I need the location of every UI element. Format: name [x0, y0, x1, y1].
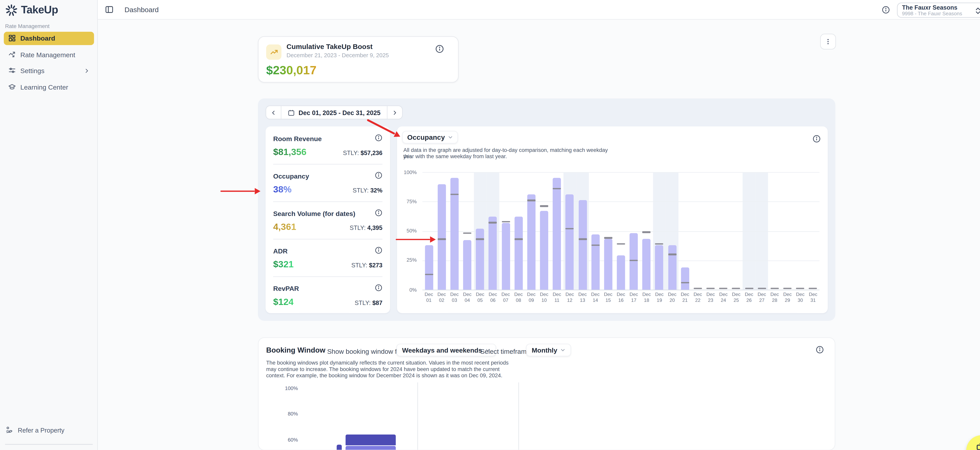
- chart-info-icon[interactable]: [813, 135, 821, 143]
- stly-dash-dec-05: [476, 239, 484, 240]
- x-tick-label: Dec05: [474, 292, 487, 303]
- stly-dash-dec-04: [463, 232, 471, 234]
- sidebar-item-settings[interactable]: Settings: [4, 64, 94, 78]
- date-range-button[interactable]: Dec 01, 2025 - Dec 31, 2025: [281, 106, 388, 119]
- occupancy-bar-dec-05[interactable]: [476, 229, 484, 290]
- chart-metric-dropdown[interactable]: Occupancy: [402, 131, 458, 144]
- occupancy-bar-dec-10[interactable]: [540, 211, 548, 290]
- occupancy-bar-dec-09[interactable]: [527, 194, 536, 290]
- occupancy-bar-dec-16[interactable]: [617, 256, 625, 290]
- sliders-icon: [8, 67, 16, 75]
- x-tick-label: Dec08: [512, 292, 525, 303]
- x-tick-label: Dec26: [743, 292, 756, 303]
- stly-dash-dec-03: [450, 194, 459, 195]
- occupancy-bar-dec-02[interactable]: [438, 184, 446, 290]
- occupancy-bar-dec-21[interactable]: [681, 267, 689, 290]
- chat-launcher-button[interactable]: [966, 435, 980, 450]
- header-info-icon[interactable]: [882, 6, 890, 14]
- booking-bar-fragment-dark[interactable]: [345, 434, 395, 445]
- chart-description-line2: year with the same weekday from last yea…: [403, 154, 613, 160]
- chevron-right-icon: [84, 68, 89, 73]
- stly-dash-dec-24: [719, 288, 727, 289]
- metric-value: 38%: [273, 184, 292, 194]
- x-tick-label: Dec27: [756, 292, 768, 303]
- occupancy-bar-dec-12[interactable]: [566, 194, 574, 290]
- stly-dash-dec-08: [514, 239, 523, 240]
- y-tick-label: 100%: [398, 169, 417, 175]
- boost-info-icon[interactable]: [435, 45, 444, 53]
- x-tick-label: Dec03: [448, 292, 461, 303]
- stly-dash-dec-09: [527, 200, 536, 201]
- more-options-button[interactable]: [820, 34, 836, 49]
- stly-dash-dec-19: [655, 243, 663, 245]
- x-tick-label: Dec11: [550, 292, 563, 303]
- booking-bar-fragment-light[interactable]: [345, 446, 395, 450]
- dashboard-grid-icon: [8, 35, 16, 42]
- y-tick-label: 50%: [398, 228, 417, 234]
- occupancy-bar-dec-15[interactable]: [604, 239, 612, 290]
- x-tick-label: Dec28: [768, 292, 781, 303]
- occupancy-bar-dec-13[interactable]: [578, 200, 587, 290]
- sidebar-item-dashboard[interactable]: Dashboard: [4, 31, 94, 45]
- x-tick-label: Dec21: [679, 292, 691, 303]
- trending-up-icon: [270, 48, 278, 56]
- logo-wordmark: TakeUp: [21, 4, 58, 16]
- sidebar: TakeUp Rate Management Dashboard Rate Ma…: [0, 0, 98, 450]
- occupancy-bar-dec-08[interactable]: [514, 217, 523, 290]
- x-tick-label: Dec04: [461, 292, 474, 303]
- boost-title: Cumulative TakeUp Boost: [286, 43, 372, 50]
- occupancy-bar-dec-18[interactable]: [643, 239, 651, 290]
- chevron-down-icon: [448, 135, 453, 140]
- x-tick-label: Dec25: [730, 292, 743, 303]
- x-tick-label: Dec29: [781, 292, 794, 303]
- metric-info-icon[interactable]: [375, 284, 382, 292]
- sidebar-toggle-icon[interactable]: [105, 5, 114, 14]
- property-name: The Fauxr Seasons: [902, 4, 980, 11]
- property-selector[interactable]: The Fauxr Seasons 9998 - The Fauxr Seaso…: [897, 2, 980, 17]
- metric-row-occupancy: Occupancy38%STLY: 32%: [266, 164, 390, 201]
- boost-date-range: December 21, 2023 - December 9, 2025: [286, 52, 389, 59]
- stly-dash-dec-12: [566, 228, 574, 229]
- trending-icon: [8, 51, 16, 58]
- x-tick-label: Dec31: [807, 292, 819, 303]
- occupancy-bar-dec-20[interactable]: [668, 245, 676, 290]
- sidebar-divider: [5, 444, 93, 445]
- next-period-button[interactable]: [388, 106, 402, 119]
- occupancy-bar-dec-06[interactable]: [489, 217, 497, 290]
- metric-label: ADR: [273, 247, 288, 255]
- occupancy-bar-dec-04[interactable]: [463, 240, 471, 290]
- occupancy-bar-dec-11[interactable]: [553, 178, 561, 290]
- metric-info-icon[interactable]: [375, 172, 382, 179]
- x-tick-label: Dec07: [499, 292, 512, 303]
- metric-stly: STLY: $87: [355, 299, 383, 306]
- stly-dash-dec-20: [668, 254, 676, 255]
- metric-info-icon[interactable]: [375, 134, 382, 142]
- sidebar-item-label: Learning Center: [21, 83, 68, 91]
- prev-period-button[interactable]: [266, 106, 281, 119]
- stly-dash-dec-23: [706, 288, 714, 289]
- sidebar-item-label: Dashboard: [21, 35, 55, 42]
- occupancy-bar-dec-01[interactable]: [425, 245, 433, 290]
- metric-info-icon[interactable]: [375, 246, 382, 254]
- occupancy-bar-dec-17[interactable]: [630, 233, 638, 290]
- sidebar-item-learning-center[interactable]: Learning Center: [4, 80, 94, 94]
- stly-dash-dec-22: [694, 288, 702, 289]
- stly-dash-dec-28: [770, 288, 779, 289]
- occupancy-chart-card: Occupancy All data in the graph are adju…: [397, 126, 828, 313]
- gridline-0: [422, 290, 819, 290]
- stly-dash-dec-15: [604, 237, 612, 239]
- x-tick-label: Dec18: [640, 292, 653, 303]
- sidebar-item-rate-management[interactable]: Rate Management: [4, 48, 94, 61]
- occupancy-bar-dec-07[interactable]: [501, 223, 510, 290]
- booking-bar-fragment-dark[interactable]: [336, 445, 341, 450]
- sidebar-item-label: Rate Management: [21, 51, 75, 58]
- refer-a-property-button[interactable]: Refer a Property: [5, 425, 94, 436]
- stly-dash-dec-25: [732, 288, 740, 289]
- x-tick-label: Dec15: [602, 292, 614, 303]
- x-tick-label: Dec30: [794, 292, 807, 303]
- occupancy-bar-dec-14[interactable]: [591, 234, 599, 290]
- metric-label: Occupancy: [273, 172, 309, 180]
- occupancy-bar-dec-19[interactable]: [655, 245, 663, 290]
- logo[interactable]: TakeUp: [5, 3, 58, 18]
- metric-info-icon[interactable]: [375, 209, 382, 216]
